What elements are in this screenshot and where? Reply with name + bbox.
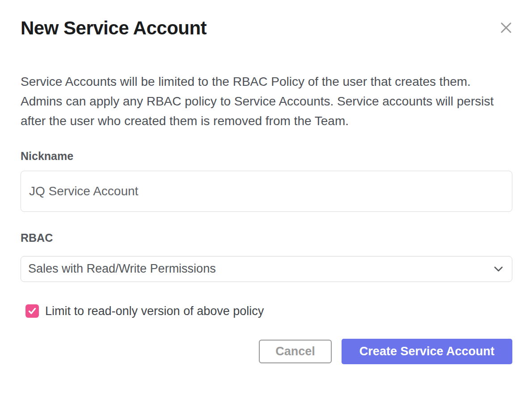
close-button[interactable] <box>498 20 514 36</box>
modal-footer: Cancel Create Service Account <box>21 339 512 364</box>
rbac-selected-value: Sales with Read/Write Permissions <box>28 262 216 276</box>
create-service-account-button[interactable]: Create Service Account <box>342 339 512 364</box>
close-icon <box>499 21 513 34</box>
check-icon <box>27 306 37 316</box>
readonly-checkbox-row[interactable]: Limit to read-only version of above poli… <box>25 304 512 318</box>
new-service-account-modal: New Service Account Service Accounts wil… <box>0 0 532 404</box>
rbac-select[interactable]: Sales with Read/Write Permissions <box>21 256 512 282</box>
rbac-label: RBAC <box>21 231 512 244</box>
cancel-button[interactable]: Cancel <box>259 340 332 363</box>
readonly-checkbox-label: Limit to read-only version of above poli… <box>45 304 264 318</box>
chevron-down-icon <box>493 265 504 273</box>
nickname-label: Nickname <box>21 150 512 163</box>
nickname-input[interactable] <box>21 171 512 212</box>
modal-description: Service Accounts will be limited to the … <box>21 72 512 131</box>
readonly-checkbox[interactable] <box>25 304 39 318</box>
modal-title: New Service Account <box>21 16 512 41</box>
